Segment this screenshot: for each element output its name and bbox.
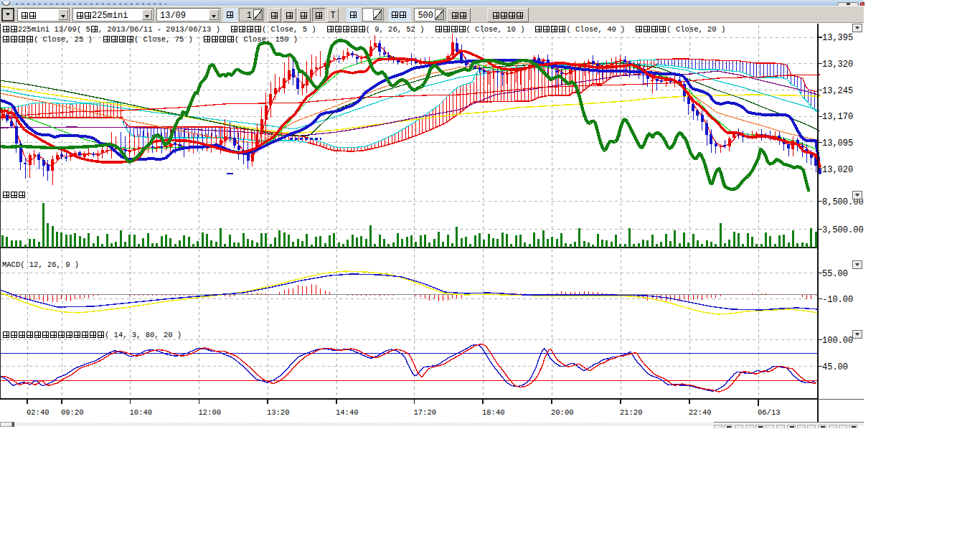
svg-text:22:40: 22:40 — [689, 408, 712, 417]
svg-text:17:20: 17:20 — [414, 408, 437, 417]
svg-text:09:20: 09:20 — [61, 408, 84, 417]
svg-text:13,395: 13,395 — [822, 33, 853, 43]
svg-text:-10.00: -10.00 — [822, 295, 853, 305]
svg-text:13,095: 13,095 — [822, 138, 853, 149]
svg-text:20:00: 20:00 — [551, 408, 574, 417]
svg-text:45.00: 45.00 — [822, 362, 848, 372]
svg-text:14:40: 14:40 — [336, 408, 359, 417]
svg-text:13:20: 13:20 — [267, 408, 290, 417]
svg-text:100.00: 100.00 — [822, 336, 853, 346]
svg-text:10:40: 10:40 — [130, 408, 153, 417]
svg-text:21:20: 21:20 — [620, 408, 643, 417]
svg-text:06/13: 06/13 — [758, 408, 781, 417]
svg-text:13,020: 13,020 — [822, 165, 853, 175]
svg-text:12:00: 12:00 — [199, 408, 222, 417]
svg-text:55.00: 55.00 — [822, 269, 848, 279]
svg-text:13,320: 13,320 — [822, 60, 853, 70]
svg-text:02:40: 02:40 — [27, 408, 50, 417]
svg-text:13,170: 13,170 — [822, 112, 853, 122]
svg-text:3,500.00: 3,500.00 — [822, 225, 864, 235]
svg-text:18:40: 18:40 — [482, 408, 505, 417]
svg-text:13,245: 13,245 — [822, 86, 853, 96]
